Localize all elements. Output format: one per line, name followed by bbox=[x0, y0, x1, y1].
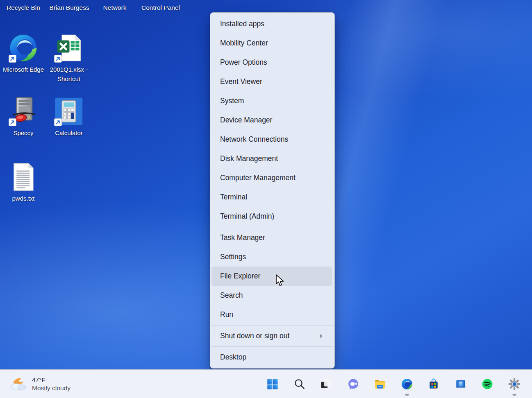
text-file-art bbox=[8, 162, 39, 192]
menu-separator bbox=[211, 346, 334, 347]
desktop-icon-excel-shortcut[interactable]: 2001Q1.xlsx - Shortcut bbox=[45, 33, 93, 84]
menu-item-run[interactable]: Run bbox=[211, 305, 332, 324]
menu-item-label: Shut down or sign out bbox=[220, 332, 289, 340]
menu-item-label: Desktop bbox=[220, 353, 246, 362]
menu-item-label: Network Connections bbox=[220, 135, 288, 144]
menu-item-label: Event Viewer bbox=[220, 77, 262, 86]
menu-item-file-explorer[interactable]: File Explorer bbox=[211, 267, 332, 286]
menu-item-computer-management[interactable]: Computer Management bbox=[211, 168, 332, 188]
shortcut-arrow-icon bbox=[54, 118, 62, 126]
menu-item-label: Run bbox=[220, 310, 233, 319]
taskbar-button-chat[interactable] bbox=[344, 371, 362, 397]
phone-link-icon bbox=[455, 378, 467, 390]
shortcut-arrow-icon bbox=[54, 55, 62, 63]
taskbar-button-spotify[interactable] bbox=[478, 371, 496, 397]
taskbar-button-task-view[interactable] bbox=[317, 371, 335, 397]
taskbar-button-edge[interactable] bbox=[398, 371, 416, 397]
taskbar: 47°F Mostly cloudy bbox=[0, 369, 532, 398]
store-bag-icon bbox=[427, 378, 440, 390]
shortcut-arrow-icon bbox=[9, 118, 16, 126]
chat-icon bbox=[347, 378, 359, 390]
menu-item-event-viewer[interactable]: Event Viewer bbox=[211, 72, 332, 91]
menu-item-system[interactable]: System bbox=[211, 91, 332, 111]
weather-widget[interactable]: 47°F Mostly cloudy bbox=[7, 370, 74, 398]
menu-item-label: Mobility Center bbox=[220, 39, 268, 47]
desktop-icon-label: Microsoft Edge bbox=[0, 65, 47, 74]
menu-item-terminal[interactable]: Terminal bbox=[211, 188, 332, 207]
taskbar-button-phone-link[interactable] bbox=[452, 371, 470, 397]
desktop-item-network[interactable]: Network bbox=[103, 4, 127, 11]
menu-item-label: Task Manager bbox=[220, 233, 265, 242]
menu-item-label: Disk Management bbox=[220, 154, 278, 163]
desktop-item-control-panel[interactable]: Control Panel bbox=[141, 4, 180, 11]
menu-item-mobility-center[interactable]: Mobility Center bbox=[211, 34, 332, 53]
menu-item-label: Terminal bbox=[220, 193, 247, 201]
desktop-icon-microsoft-edge[interactable]: Microsoft Edge bbox=[0, 33, 47, 74]
menu-item-installed-apps[interactable]: Installed apps bbox=[211, 14, 332, 34]
desktop-item-user-folder[interactable]: Brian Burgess bbox=[49, 4, 89, 11]
weather-icon bbox=[10, 375, 27, 393]
menu-item-device-manager[interactable]: Device Manager bbox=[211, 111, 332, 130]
weather-temperature: 47°F bbox=[32, 376, 70, 384]
folder-icon bbox=[374, 378, 386, 390]
windows-logo-icon bbox=[266, 378, 279, 391]
shortcut-arrow-icon bbox=[9, 55, 16, 63]
menu-item-label: Installed apps bbox=[220, 20, 264, 28]
edge-logo-art bbox=[8, 33, 39, 63]
desktop: Recycle BinBrian BurgessNetworkControl P… bbox=[0, 0, 532, 398]
running-indicator bbox=[405, 394, 409, 396]
desktop-icon-speccy[interactable]: Speccy bbox=[0, 96, 47, 138]
menu-item-power-options[interactable]: Power Options bbox=[211, 53, 332, 72]
weather-condition: Mostly cloudy bbox=[32, 384, 70, 392]
menu-item-disk-management[interactable]: Disk Management bbox=[211, 149, 332, 168]
menu-item-label: Power Options bbox=[220, 58, 267, 67]
taskbar-button-settings[interactable] bbox=[505, 371, 523, 397]
menu-item-search[interactable]: Search bbox=[211, 286, 332, 305]
taskbar-button-microsoft-store[interactable] bbox=[425, 371, 443, 397]
menu-item-label: Search bbox=[220, 291, 243, 300]
menu-item-desktop[interactable]: Desktop bbox=[211, 348, 332, 367]
task-view-icon bbox=[320, 378, 332, 390]
taskbar-button-file-explorer[interactable] bbox=[371, 371, 389, 397]
menu-separator bbox=[211, 325, 334, 326]
menu-item-task-manager[interactable]: Task Manager bbox=[211, 228, 332, 247]
search-icon bbox=[293, 378, 306, 390]
running-indicator bbox=[512, 394, 516, 396]
taskbar-button-start[interactable] bbox=[264, 371, 282, 397]
menu-item-label: File Explorer bbox=[220, 272, 260, 280]
chevron-right-icon: › bbox=[319, 331, 326, 340]
gear-icon bbox=[508, 378, 521, 390]
menu-item-settings[interactable]: Settings bbox=[211, 247, 332, 267]
desktop-icon-label: 2001Q1.xlsx - Shortcut bbox=[45, 65, 93, 84]
winx-context-menu: Installed appsMobility CenterPower Optio… bbox=[210, 12, 335, 369]
desktop-icon-pwds-txt[interactable]: pwds.txt bbox=[0, 162, 47, 203]
edge-logo-icon bbox=[401, 378, 413, 390]
desktop-icon-calculator[interactable]: Calculator bbox=[45, 96, 93, 138]
menu-item-label: Device Manager bbox=[220, 116, 272, 124]
menu-item-label: Terminal (Admin) bbox=[220, 212, 274, 221]
desktop-icon-label: Calculator bbox=[45, 128, 93, 138]
spotify-icon bbox=[481, 378, 493, 390]
desktop-icon-label: Speccy bbox=[0, 128, 47, 138]
menu-item-terminal-admin[interactable]: Terminal (Admin) bbox=[211, 207, 332, 226]
menu-item-label: System bbox=[220, 97, 244, 105]
text-file-icon bbox=[8, 162, 39, 192]
desktop-icon-label: pwds.txt bbox=[0, 194, 47, 203]
desktop-item-recycle-bin[interactable]: Recycle Bin bbox=[7, 4, 40, 11]
menu-item-label: Computer Management bbox=[220, 174, 296, 182]
excel-file-art bbox=[54, 33, 84, 63]
menu-item-label: Settings bbox=[220, 253, 246, 261]
taskbar-buttons bbox=[264, 370, 523, 398]
taskbar-button-search[interactable] bbox=[291, 371, 309, 397]
menu-item-shut-down-or-sign-out[interactable]: Shut down or sign out› bbox=[211, 326, 332, 346]
menu-separator bbox=[211, 227, 334, 227]
calculator-tile-art bbox=[54, 96, 84, 127]
speccy-tower-art bbox=[8, 96, 39, 127]
menu-item-network-connections[interactable]: Network Connections bbox=[211, 130, 332, 149]
